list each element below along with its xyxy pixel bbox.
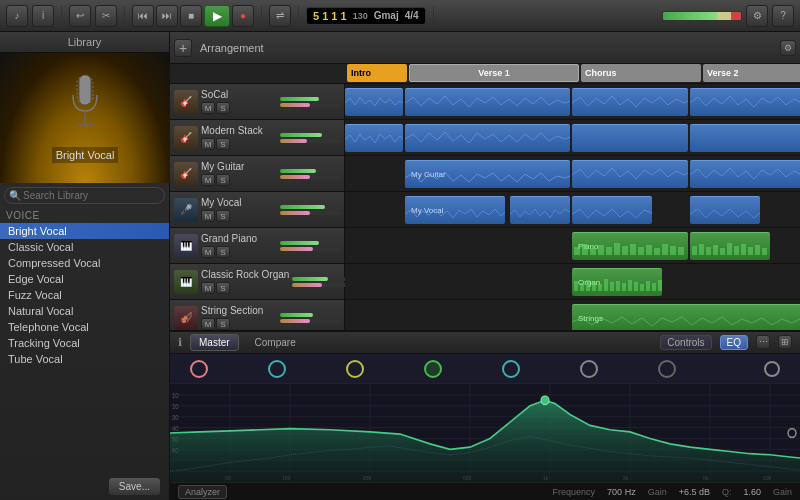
region-guitar-2[interactable] <box>572 160 688 188</box>
arrangement-settings-button[interactable]: ⚙ <box>780 40 796 56</box>
mute-button[interactable]: M <box>201 318 215 330</box>
meter-yellow <box>717 12 732 20</box>
svg-rect-18 <box>692 246 697 255</box>
mute-button[interactable]: M <box>201 102 215 114</box>
track-content-vocal[interactable]: My Vocal <box>345 192 800 227</box>
track-content-socal[interactable] <box>345 84 800 119</box>
mute-button[interactable]: M <box>201 246 215 258</box>
tab-master[interactable]: Master <box>190 334 239 351</box>
region-modern-4[interactable] <box>690 124 800 152</box>
undo-button[interactable]: ↩ <box>69 5 91 27</box>
solo-button[interactable]: S <box>216 210 230 222</box>
region-vocal-3[interactable] <box>572 196 652 224</box>
rewind-button[interactable]: ⏮ <box>132 5 154 27</box>
search-input[interactable] <box>4 187 165 204</box>
track-content-modern[interactable] <box>345 120 800 155</box>
track-row: 🎸 Modern Stack M S <box>170 120 800 156</box>
voice-item[interactable]: Classic Vocal <box>0 239 169 255</box>
track-fader[interactable] <box>280 133 340 137</box>
track-fader[interactable] <box>280 169 340 173</box>
voice-item[interactable]: Compressed Vocal <box>0 255 169 271</box>
settings-button[interactable]: ⚙ <box>746 5 768 27</box>
solo-button[interactable]: S <box>216 246 230 258</box>
voice-item[interactable]: Telephone Vocal <box>0 319 169 335</box>
region-vocal-1[interactable]: My Vocal <box>405 196 505 224</box>
region-guitar-3[interactable] <box>690 160 800 188</box>
eq-options-button[interactable]: ⋯ <box>756 335 770 349</box>
track-pan[interactable] <box>292 283 352 287</box>
track-fader[interactable] <box>280 241 340 245</box>
solo-button[interactable]: S <box>216 174 230 186</box>
mute-button[interactable]: M <box>201 282 215 294</box>
mute-button[interactable]: M <box>201 174 215 186</box>
region-strings-1[interactable]: Strings <box>572 304 800 330</box>
region-vocal-2[interactable] <box>510 196 570 224</box>
region-socal-4[interactable] <box>690 88 800 116</box>
forward-button[interactable]: ⏭ <box>156 5 178 27</box>
eq-button[interactable]: EQ <box>720 335 748 350</box>
controls-button[interactable]: Controls <box>660 335 711 350</box>
region-socal-3[interactable] <box>572 88 688 116</box>
cycle-button[interactable]: ⇌ <box>269 5 291 27</box>
eq-band-4[interactable] <box>424 360 442 378</box>
eq-band-8[interactable] <box>764 361 780 377</box>
voice-item[interactable]: Fuzz Vocal <box>0 287 169 303</box>
mute-button[interactable]: M <box>201 138 215 150</box>
eq-band-7[interactable] <box>658 360 676 378</box>
solo-button[interactable]: S <box>216 102 230 114</box>
region-modern-1[interactable] <box>345 124 403 152</box>
region-piano-1[interactable]: Piano <box>572 232 688 260</box>
region-socal-2[interactable] <box>405 88 570 116</box>
eq-band-2[interactable] <box>268 360 286 378</box>
region-guitar-1[interactable]: My Guitar <box>405 160 570 188</box>
play-button[interactable]: ▶ <box>204 5 230 27</box>
track-pan[interactable] <box>280 175 340 179</box>
track-fader[interactable] <box>292 277 352 281</box>
track-content-piano[interactable]: Piano <box>345 228 800 263</box>
region-modern-2[interactable] <box>405 124 570 152</box>
region-vocal-4[interactable] <box>690 196 760 224</box>
track-icon-mic: 🎤 <box>174 198 198 222</box>
eq-band-5[interactable] <box>502 360 520 378</box>
track-fader[interactable] <box>280 205 340 209</box>
region-piano-2[interactable] <box>690 232 770 260</box>
add-track-button[interactable]: + <box>174 39 192 57</box>
region-organ-1[interactable]: Organ <box>572 268 662 296</box>
tab-compare[interactable]: Compare <box>247 335 304 350</box>
help-button[interactable]: ? <box>772 5 794 27</box>
region-socal-1[interactable] <box>345 88 403 116</box>
region-modern-3[interactable] <box>572 124 688 152</box>
track-content-guitar[interactable]: My Guitar <box>345 156 800 191</box>
track-pan[interactable] <box>280 139 340 143</box>
voice-item[interactable]: Bright Vocal <box>0 223 169 239</box>
save-button[interactable]: Save... <box>108 477 161 496</box>
mute-button[interactable]: M <box>201 210 215 222</box>
track-content-organ[interactable]: Organ <box>345 264 800 299</box>
track-pan[interactable] <box>280 103 340 107</box>
meter-green <box>663 12 717 20</box>
redo-button[interactable]: ✂ <box>95 5 117 27</box>
stop-button[interactable]: ■ <box>180 5 202 27</box>
solo-button[interactable]: S <box>216 138 230 150</box>
eq-band-3[interactable] <box>346 360 364 378</box>
track-pan[interactable] <box>280 247 340 251</box>
voice-item[interactable]: Natural Vocal <box>0 303 169 319</box>
track-pan[interactable] <box>280 211 340 215</box>
track-pan[interactable] <box>280 319 340 323</box>
voice-item[interactable]: Tracking Vocal <box>0 335 169 351</box>
solo-button[interactable]: S <box>216 318 230 330</box>
solo-button[interactable]: S <box>216 282 230 294</box>
eq-resize-button[interactable]: ⊞ <box>778 335 792 349</box>
eq-band-1[interactable] <box>190 360 208 378</box>
track-fader[interactable] <box>280 313 340 317</box>
record-button[interactable]: ● <box>232 5 254 27</box>
voice-item[interactable]: Tube Vocal <box>0 351 169 367</box>
library-button[interactable]: ♪ <box>6 5 28 27</box>
smart-controls-button[interactable]: i <box>32 5 54 27</box>
voice-item[interactable]: Edge Vocal <box>0 271 169 287</box>
track-content-strings[interactable]: Strings <box>345 300 800 330</box>
track-fader[interactable] <box>280 97 340 101</box>
eq-band-6[interactable] <box>580 360 598 378</box>
gain-label: Gain <box>648 487 667 497</box>
analyzer-button[interactable]: Analyzer <box>178 485 227 499</box>
